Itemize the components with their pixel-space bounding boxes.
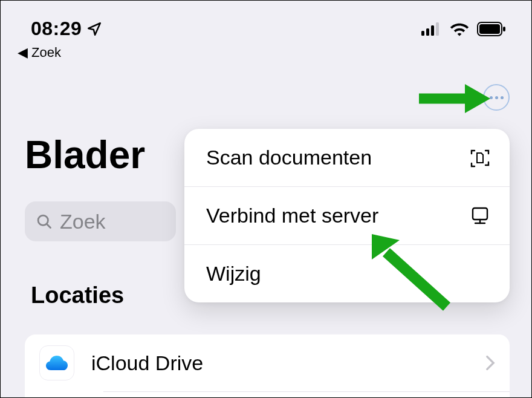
svg-rect-6	[503, 27, 505, 31]
more-button[interactable]	[483, 84, 510, 111]
back-button[interactable]: ◀︎ Zoek	[1, 44, 531, 60]
action-popup: Scan documenten Verbind met server Wijzi…	[184, 129, 510, 302]
svg-rect-9	[473, 208, 487, 220]
scan-document-icon	[470, 148, 490, 168]
list-item-icloud[interactable]: iCloud Drive	[25, 334, 510, 391]
status-time: 08:29	[31, 18, 82, 40]
menu-item-label: Wijzig	[206, 262, 261, 285]
status-icons	[421, 22, 506, 36]
status-bar: 08:29	[1, 1, 531, 44]
back-chevron-icon: ◀︎	[18, 45, 28, 60]
svg-rect-1	[426, 28, 429, 36]
search-input[interactable]: Zoek	[25, 201, 176, 241]
location-icon	[86, 21, 102, 37]
svg-line-8	[47, 224, 50, 227]
list-item-label: iCloud Drive	[91, 351, 485, 375]
svg-rect-2	[431, 25, 434, 36]
menu-item-connect-server[interactable]: Verbind met server	[184, 187, 510, 244]
battery-icon	[477, 22, 506, 36]
ellipsis-icon	[490, 96, 493, 99]
menu-item-scan-documents[interactable]: Scan documenten	[184, 129, 510, 186]
back-label: Zoek	[31, 45, 61, 60]
wifi-icon	[449, 22, 470, 36]
search-icon	[36, 213, 53, 230]
search-placeholder: Zoek	[60, 210, 106, 233]
list-divider	[103, 391, 510, 392]
svg-rect-0	[421, 31, 424, 36]
menu-item-label: Verbind met server	[206, 204, 378, 227]
server-icon	[470, 206, 490, 226]
section-header-locations[interactable]: Locaties	[31, 282, 124, 308]
page-title: Blader	[25, 132, 145, 177]
locations-list: iCloud Drive	[25, 334, 510, 398]
icloud-icon	[39, 345, 74, 380]
svg-rect-3	[436, 22, 439, 36]
menu-item-label: Scan documenten	[206, 146, 372, 169]
svg-rect-5	[479, 24, 500, 34]
cellular-icon	[421, 22, 442, 36]
chevron-right-icon	[485, 355, 495, 371]
annotation-arrow-icon	[419, 80, 490, 117]
menu-item-edit[interactable]: Wijzig	[184, 245, 510, 302]
status-time-group: 08:29	[31, 18, 102, 40]
